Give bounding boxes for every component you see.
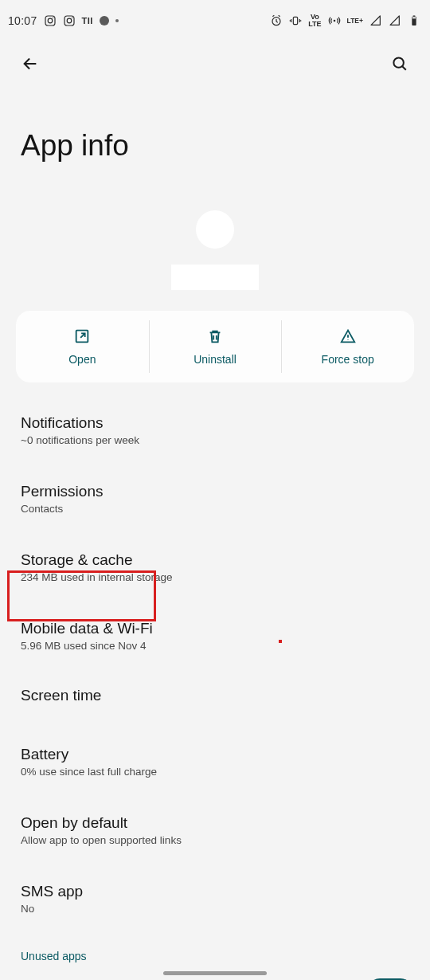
open-by-default-item[interactable]: Open by default Allow app to open suppor… bbox=[0, 803, 430, 857]
trash-icon bbox=[206, 327, 224, 345]
annotation-dot bbox=[279, 640, 282, 643]
battery-item[interactable]: Battery 0% use since last full charge bbox=[0, 735, 430, 789]
vibrate-icon bbox=[289, 14, 302, 27]
app-icon bbox=[196, 210, 234, 249]
dot-icon bbox=[100, 16, 109, 25]
svg-rect-10 bbox=[413, 15, 416, 16]
item-subtitle: 0% use since last full charge bbox=[21, 766, 409, 778]
instagram-icon bbox=[44, 14, 57, 27]
permissions-item[interactable]: Permissions Contacts bbox=[0, 472, 430, 526]
svg-point-2 bbox=[52, 18, 53, 18]
back-button[interactable] bbox=[14, 48, 46, 80]
item-title: Notifications bbox=[21, 414, 409, 432]
dot-small-icon bbox=[115, 19, 119, 22]
status-right: VoLTE LTE+ bbox=[270, 14, 420, 28]
item-subtitle: Allow app to open supported links bbox=[21, 834, 409, 846]
item-title: Permissions bbox=[21, 483, 409, 500]
item-subtitle: No bbox=[21, 903, 409, 915]
status-left: 10:07 TII bbox=[8, 14, 119, 27]
uninstall-label: Uninstall bbox=[194, 353, 236, 366]
open-label: Open bbox=[68, 353, 96, 366]
open-external-icon bbox=[73, 327, 91, 345]
svg-rect-0 bbox=[45, 16, 55, 25]
open-button[interactable]: Open bbox=[16, 311, 149, 382]
svg-point-12 bbox=[393, 57, 403, 67]
item-title: Screen time bbox=[21, 687, 409, 704]
nav-indicator[interactable] bbox=[163, 971, 267, 975]
item-title: Mobile data & Wi-Fi bbox=[21, 620, 409, 637]
svg-rect-7 bbox=[294, 17, 298, 24]
uninstall-button[interactable]: Uninstall bbox=[149, 311, 282, 382]
item-subtitle: ~0 notifications per week bbox=[21, 434, 409, 446]
lte-plus-icon: LTE+ bbox=[347, 18, 363, 25]
status-clock: 10:07 bbox=[8, 14, 37, 27]
signal-icon bbox=[369, 14, 382, 27]
force-stop-button[interactable]: Force stop bbox=[281, 311, 414, 382]
action-row: Open Uninstall Force stop bbox=[16, 311, 414, 382]
item-title: Battery bbox=[21, 746, 409, 763]
force-stop-label: Force stop bbox=[322, 353, 374, 366]
battery-icon bbox=[408, 14, 420, 27]
item-subtitle: Contacts bbox=[21, 503, 409, 515]
svg-rect-3 bbox=[64, 16, 74, 25]
svg-point-5 bbox=[71, 18, 72, 18]
hotspot-icon bbox=[328, 14, 341, 27]
signal-icon bbox=[389, 14, 401, 27]
mobile-data-item[interactable]: Mobile data & Wi-Fi 5.96 MB used since N… bbox=[0, 609, 430, 663]
status-text-icon: TII bbox=[82, 16, 93, 25]
item-title: Storage & cache bbox=[21, 551, 409, 569]
app-name bbox=[171, 265, 259, 290]
page-title: App info bbox=[0, 86, 430, 210]
warning-icon bbox=[339, 327, 357, 345]
app-identity bbox=[0, 210, 430, 290]
item-subtitle: 234 MB used in internal storage bbox=[21, 571, 409, 583]
item-title: Open by default bbox=[21, 814, 409, 832]
section-unused-apps: Unused apps bbox=[0, 926, 430, 967]
notifications-item[interactable]: Notifications ~0 notifications per week bbox=[0, 403, 430, 457]
alarm-icon bbox=[270, 14, 283, 27]
item-title: SMS app bbox=[21, 883, 409, 900]
settings-list: Notifications ~0 notifications per week … bbox=[0, 403, 430, 980]
search-button[interactable] bbox=[384, 48, 416, 80]
storage-item[interactable]: Storage & cache 234 MB used in internal … bbox=[0, 540, 430, 594]
top-app-bar bbox=[0, 41, 430, 86]
svg-rect-11 bbox=[412, 17, 416, 18]
sms-app-item[interactable]: SMS app No bbox=[0, 872, 430, 926]
item-subtitle: 5.96 MB used since Nov 4 bbox=[21, 640, 409, 652]
instagram-icon bbox=[63, 14, 76, 27]
arrow-left-icon bbox=[22, 55, 39, 73]
svg-point-4 bbox=[67, 18, 72, 23]
volte-icon: VoLTE bbox=[308, 14, 321, 28]
search-icon bbox=[391, 55, 408, 73]
status-bar: 10:07 TII VoLTE LTE+ bbox=[0, 0, 430, 41]
screen-time-item[interactable]: Screen time bbox=[0, 669, 430, 722]
svg-point-1 bbox=[48, 18, 53, 23]
svg-point-8 bbox=[333, 20, 335, 22]
